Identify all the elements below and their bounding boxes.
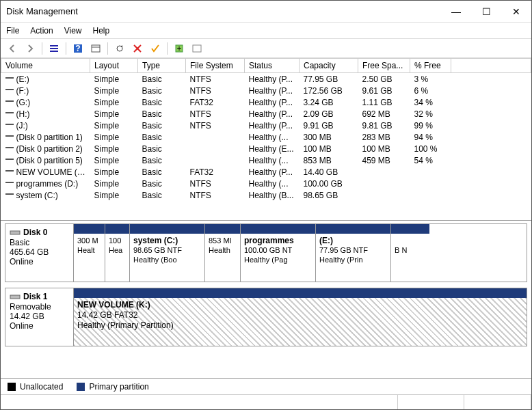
svg-rect-0 [50, 45, 58, 46]
header-row: Volume Layout Type File System Status Ca… [1, 59, 531, 73]
legend: Unallocated Primary partition [1, 378, 531, 394]
table-row[interactable]: (H:)SimpleBasicNTFSHealthy (P...2.09 GB6… [1, 108, 531, 120]
menu-action[interactable]: Action [30, 26, 53, 36]
table-row[interactable]: (J:)SimpleBasicNTFSHealthy (P...9.91 GB9… [1, 120, 531, 131]
toolbar: ? + [1, 39, 531, 58]
partition[interactable]: 100Hea [105, 224, 130, 282]
table-row[interactable]: (E:)SimpleBasicNTFSHealthy (P...77.95 GB… [1, 73, 531, 85]
refresh-icon[interactable] [112, 41, 127, 56]
menu-file[interactable]: File [6, 26, 19, 36]
menu-view[interactable]: View [64, 26, 82, 36]
disk-0-row: Disk 0 Basic 465.64 GB Online 300 MHealt… [5, 223, 527, 282]
window-title: Disk Management [6, 6, 441, 16]
delete-icon[interactable] [130, 41, 145, 56]
svg-rect-11 [10, 231, 20, 234]
volume-list: Volume Layout Type File System Status Ca… [1, 58, 531, 221]
window-icon[interactable] [189, 41, 204, 56]
partition[interactable]: 853 MIHealth [205, 224, 241, 282]
disk-icon [10, 227, 21, 238]
col-pct[interactable]: % Free [410, 59, 451, 73]
list-view-button[interactable] [46, 41, 62, 56]
col-capacity[interactable]: Capacity [300, 59, 358, 73]
disk-1-row: Disk 1 Removable 14.42 GB Online NEW VOL… [5, 288, 527, 346]
minimize-button[interactable]: — [441, 1, 471, 22]
menubar: File Action View Help [1, 23, 531, 39]
table-row[interactable]: (Disk 0 partition 1)SimpleBasicHealthy (… [1, 131, 531, 143]
table-row[interactable]: (F:)SimpleBasicNTFSHealthy (P...172.56 G… [1, 85, 531, 96]
table-row[interactable]: (Disk 0 partition 5)SimpleBasicHealthy (… [1, 154, 531, 166]
partition[interactable]: 300 MHealt [74, 224, 105, 282]
partition[interactable]: programmes100.00 GB NTHealthy (Pag [241, 224, 316, 282]
legend-unallocated: Unallocated [8, 382, 63, 392]
table-row[interactable]: (Disk 0 partition 2)SimpleBasicHealthy (… [1, 143, 531, 154]
settings-button[interactable] [88, 41, 103, 56]
col-status[interactable]: Status [245, 59, 300, 73]
col-volume[interactable]: Volume [1, 59, 90, 73]
disk-0-info[interactable]: Disk 0 Basic 465.64 GB Online [5, 224, 74, 282]
col-fs[interactable]: File System [186, 59, 245, 73]
menu-help[interactable]: Help [93, 26, 110, 36]
titlebar: Disk Management — ☐ ✕ [1, 1, 531, 23]
table-row[interactable]: NEW VOLUME (K:)SimpleBasicFAT32Healthy (… [1, 166, 531, 178]
svg-rect-1 [50, 48, 58, 49]
disk-graphical-view: Disk 0 Basic 465.64 GB Online 300 MHealt… [1, 221, 531, 378]
maximize-button[interactable]: ☐ [471, 1, 501, 22]
table-row[interactable]: (G:)SimpleBasicFAT32Healthy (P...3.24 GB… [1, 96, 531, 108]
svg-text:?: ? [75, 44, 80, 53]
svg-rect-2 [50, 51, 58, 52]
svg-rect-5 [92, 45, 100, 52]
col-layout[interactable]: Layout [90, 59, 138, 73]
svg-text:+: + [176, 44, 181, 53]
partition[interactable]: (E:)77.95 GB NTFHealthy (Prin [316, 224, 391, 282]
disk-icon [10, 291, 21, 302]
table-row[interactable]: programmes (D:)SimpleBasicNTFSHealthy (.… [1, 178, 531, 189]
partition[interactable]: B N [391, 224, 429, 282]
disk-1-info[interactable]: Disk 1 Removable 14.42 GB Online [5, 288, 74, 346]
col-free[interactable]: Free Spa... [358, 59, 410, 73]
new-icon[interactable]: + [172, 41, 187, 56]
col-type[interactable]: Type [138, 59, 186, 73]
table-row[interactable]: system (C:)SimpleBasicNTFSHealthy (B...9… [1, 189, 531, 201]
back-button[interactable] [5, 41, 20, 56]
svg-rect-10 [193, 45, 201, 52]
close-button[interactable]: ✕ [501, 1, 531, 22]
partition[interactable]: system (C:)98.65 GB NTFHealthy (Boo [130, 224, 205, 282]
help-icon[interactable]: ? [70, 41, 85, 56]
check-icon[interactable] [148, 41, 163, 56]
statusbar [1, 394, 531, 409]
forward-button[interactable] [23, 41, 38, 56]
partition-k[interactable]: NEW VOLUME (K:)14.42 GB FAT32Healthy (Pr… [74, 288, 527, 346]
svg-rect-12 [10, 295, 20, 299]
disk-management-window: Disk Management — ☐ ✕ File Action View H… [0, 0, 532, 410]
legend-primary: Primary partition [77, 382, 148, 392]
